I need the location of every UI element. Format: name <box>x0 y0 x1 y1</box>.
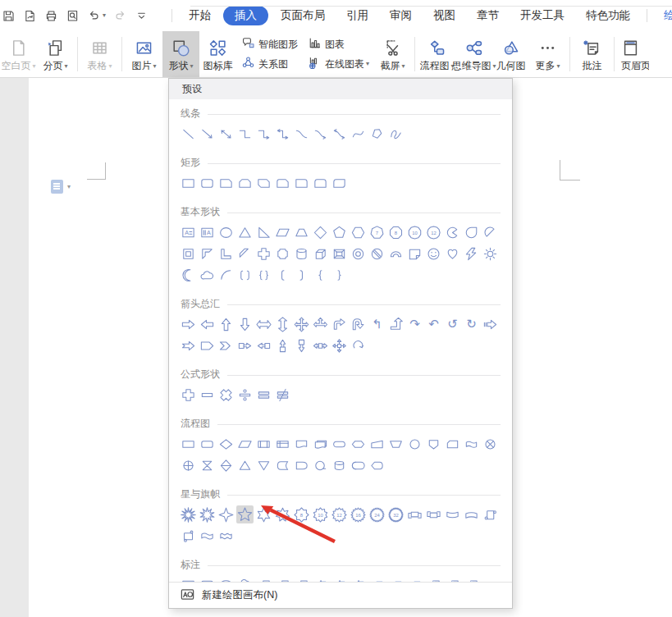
left-brace-shape[interactable] <box>312 266 329 284</box>
direct-access-storage-shape[interactable] <box>350 456 367 474</box>
off-page-connector-shape[interactable] <box>425 435 442 453</box>
hexagon-shape[interactable] <box>350 223 367 241</box>
curved-right-arrow-shape[interactable]: ↷ <box>406 315 423 333</box>
几何图-button[interactable]: 几何图 <box>492 31 529 77</box>
line-callout-1-shape[interactable] <box>255 576 272 582</box>
ribbon-up-shape[interactable] <box>425 505 442 523</box>
left-right-up-arrow-shape[interactable] <box>312 315 329 333</box>
manual-operation-shape[interactable] <box>387 435 405 453</box>
text-box-shape[interactable]: A <box>180 223 197 241</box>
magnetic-disk-shape[interactable] <box>331 456 348 474</box>
process-shape[interactable] <box>180 435 197 453</box>
curved-arrow-connector-shape[interactable] <box>312 125 329 143</box>
rectangular-callout-shape[interactable] <box>180 576 197 582</box>
wave-shape[interactable] <box>199 527 216 545</box>
sun-shape[interactable] <box>482 245 499 263</box>
striped-right-arrow-shape[interactable] <box>482 315 499 333</box>
scribble-shape[interactable] <box>387 125 405 143</box>
heart-shape[interactable] <box>444 245 461 263</box>
tab-审阅[interactable]: 审阅 <box>381 6 421 25</box>
preset-menu-item[interactable]: 预设 <box>169 79 512 99</box>
equal-shape[interactable] <box>255 386 272 404</box>
left-bracket-shape[interactable] <box>274 266 291 284</box>
流程图-button[interactable]: 流程图▾ <box>418 31 455 77</box>
merge-shape[interactable] <box>255 456 272 474</box>
tab-引用[interactable]: 引用 <box>337 6 377 25</box>
line-callout-3-no-border-shape[interactable] <box>406 576 423 582</box>
line-shape[interactable] <box>180 125 197 143</box>
line-callout-1-accent-bar-shape[interactable] <box>312 576 329 582</box>
bent-up-arrow-shape[interactable] <box>387 315 405 333</box>
export-button[interactable] <box>23 9 37 23</box>
line-double-arrow-shape[interactable] <box>217 125 235 143</box>
delay-shape[interactable] <box>293 456 310 474</box>
teardrop-shape[interactable] <box>463 223 480 241</box>
print-button[interactable] <box>44 9 58 23</box>
half-frame-shape[interactable] <box>199 245 216 263</box>
horizontal-scroll-shape[interactable] <box>180 527 197 545</box>
stored-data-shape[interactable] <box>274 456 291 474</box>
elbow-arrow-connector-shape[interactable] <box>255 125 272 143</box>
right-brace-shape[interactable] <box>331 266 348 284</box>
snip-same-side-corner-rectangle-shape[interactable] <box>236 174 254 192</box>
smiley-face-shape[interactable] <box>425 245 442 263</box>
line-callout-3-shape[interactable] <box>293 576 310 582</box>
right-bracket-shape[interactable] <box>293 266 310 284</box>
quad-arrow-shape[interactable] <box>293 315 310 333</box>
bevel-shape[interactable] <box>331 245 348 263</box>
data-shape[interactable] <box>236 435 254 453</box>
star-8-point-shape[interactable]: 8 <box>293 505 310 523</box>
right-arrow-callout-shape[interactable] <box>236 336 254 354</box>
star-32-point-shape[interactable]: 32 <box>387 505 405 523</box>
curved-double-arrow-connector-shape[interactable] <box>331 125 348 143</box>
elbow-connector-shape[interactable] <box>236 125 254 143</box>
tab-绘图工具[interactable]: 绘图工具 <box>655 6 672 25</box>
diagonal-stripe-shape[interactable] <box>236 245 254 263</box>
vertical-scroll-shape[interactable] <box>482 505 499 523</box>
形状-button[interactable]: 形状▾ <box>162 31 199 77</box>
line-callout-2-border-accent-bar-shape[interactable] <box>444 576 461 582</box>
图表-button[interactable]: 图表 <box>308 36 369 53</box>
punched-tape-shape[interactable] <box>463 435 480 453</box>
up-arrow-callout-shape[interactable] <box>274 336 291 354</box>
line-callout-2-shape[interactable] <box>274 576 291 582</box>
pentagon-arrow-shape[interactable] <box>199 336 216 354</box>
cloud-shape[interactable] <box>199 266 216 284</box>
line-arrow-shape[interactable] <box>199 125 216 143</box>
star-16-point-shape[interactable]: 16 <box>350 505 367 523</box>
preparation-shape[interactable] <box>350 435 367 453</box>
internal-storage-shape[interactable] <box>274 435 291 453</box>
round-same-side-corner-rectangle-shape[interactable] <box>312 174 329 192</box>
plaque-shape[interactable] <box>274 245 291 263</box>
dodecagon-shape[interactable]: 12 <box>425 223 442 241</box>
snip-and-round-single-corner-rectangle-shape[interactable] <box>274 174 291 192</box>
frame-shape[interactable] <box>180 245 197 263</box>
sequential-access-storage-shape[interactable] <box>312 456 329 474</box>
lightning-bolt-shape[interactable] <box>463 245 480 263</box>
predefined-process-shape[interactable] <box>255 435 272 453</box>
分页-button[interactable]: 分页▾ <box>37 31 74 77</box>
donut-shape[interactable] <box>350 245 367 263</box>
tab-章节[interactable]: 章节 <box>468 6 508 25</box>
decision-shape[interactable] <box>217 435 235 453</box>
up-down-arrow-shape[interactable] <box>274 315 291 333</box>
manual-input-shape[interactable] <box>368 435 386 453</box>
right-arrow-shape[interactable] <box>180 315 197 333</box>
图片-button[interactable]: 图片▾ <box>126 31 162 77</box>
l-shape-shape[interactable] <box>217 245 235 263</box>
curve-shape[interactable] <box>350 125 367 143</box>
line-callout-3-accent-bar-shape[interactable] <box>350 576 367 582</box>
round-diagonal-corner-rectangle-shape[interactable] <box>331 174 348 192</box>
divide-shape[interactable] <box>236 386 254 404</box>
right-triangle-shape[interactable] <box>255 223 272 241</box>
line-callout-3-border-accent-bar-shape[interactable] <box>463 576 480 582</box>
curved-ribbon-up-shape[interactable] <box>463 505 480 523</box>
folded-corner-shape[interactable] <box>406 245 423 263</box>
no-symbol-shape[interactable] <box>368 245 386 263</box>
left-up-arrow-shape[interactable]: ↰ <box>368 315 386 333</box>
explosion-2-shape[interactable] <box>199 505 216 523</box>
curved-left-arrow-shape[interactable]: ↶ <box>425 315 442 333</box>
页眉页脚-button[interactable]: 页眉页脚 <box>618 31 649 77</box>
summing-junction-shape[interactable] <box>482 435 499 453</box>
card-shape[interactable] <box>444 435 461 453</box>
